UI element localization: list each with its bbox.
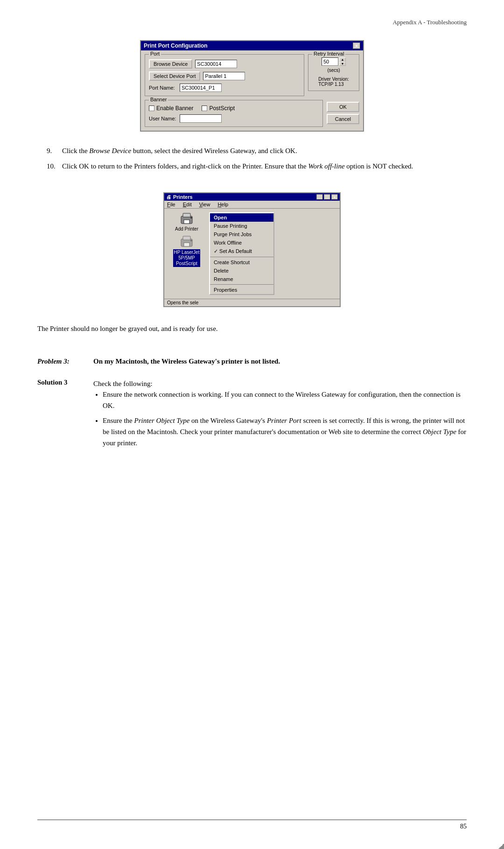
driver-info: Driver Version: TCP/IP 1.13: [318, 75, 349, 87]
solution-text: Check the following: Ensure the network …: [93, 379, 467, 453]
context-menu: Open Pause Printing Purge Print Jobs Wor…: [209, 212, 274, 295]
printers-window: 🖨 Printers _ □ × File Edit View Help: [163, 192, 341, 307]
port-group-content: Browse Device Select Device Port Port Na…: [149, 59, 300, 92]
retry-group-label: Retry Interval: [312, 51, 345, 56]
printers-body: Add Printer HP L: [164, 209, 340, 299]
username-row: User Name:: [149, 114, 319, 123]
menu-file[interactable]: File: [167, 202, 175, 207]
browse-device-row: Browse Device: [149, 59, 300, 69]
instruction-10: 10. Click OK to return to the Printers f…: [47, 161, 467, 172]
bullet-1: Ensure the network connection is working…: [103, 389, 467, 411]
port-name-input[interactable]: [180, 84, 222, 92]
context-menu-delete[interactable]: Delete: [210, 267, 273, 275]
enable-banner-checkbox[interactable]: [149, 105, 154, 111]
printers-titlebar: 🖨 Printers _ □ ×: [164, 193, 340, 201]
context-menu-sep2: [210, 284, 273, 285]
printers-menubar: File Edit View Help: [164, 201, 340, 209]
banner-group-label: Banner: [149, 97, 168, 102]
context-menu-properties[interactable]: Properties: [210, 286, 273, 294]
username-label: User Name:: [149, 116, 177, 121]
port-group-label: Port: [149, 51, 161, 56]
instruction-9-num: 9.: [47, 146, 58, 156]
footer-line: 85: [37, 820, 467, 830]
menu-edit[interactable]: Edit: [183, 202, 192, 207]
solution-bullets: Ensure the network connection is working…: [103, 389, 467, 449]
bullet-2: Ensure the Printer Object Type on the Wi…: [103, 415, 467, 449]
browse-device-btn[interactable]: Browse Device: [149, 59, 192, 69]
main-content: Print Port Configuration × Port Browse D…: [37, 40, 467, 456]
problem-text: On my Macintosh, the Wireless Gateway's …: [93, 358, 280, 365]
instruction-10-text: Click OK to return to the Printers folde…: [62, 161, 467, 172]
context-menu-pause[interactable]: Pause Printing: [210, 222, 273, 230]
svg-rect-7: [190, 240, 192, 241]
postscript-checkbox[interactable]: [202, 105, 207, 111]
add-printer-item: Add Printer: [168, 212, 205, 232]
postscript-row: PostScript: [202, 105, 235, 112]
svg-rect-2: [184, 220, 189, 224]
cancel-btn[interactable]: Cancel: [327, 114, 359, 124]
printers-title-icon: 🖨: [166, 194, 171, 200]
dialog-title: Print Port Configuration: [144, 42, 208, 49]
svg-rect-3: [190, 217, 192, 218]
device-input[interactable]: [195, 60, 237, 68]
printers-titlebar-buttons: _ □ ×: [316, 194, 338, 200]
dialog-titlebar: Print Port Configuration ×: [141, 41, 363, 50]
postscript-label: PostScript: [209, 105, 235, 112]
port-name-label: Port Name:: [149, 85, 177, 91]
banner-checks-row: Enable Banner PostScript: [149, 105, 319, 112]
resize-handle[interactable]: [498, 843, 504, 849]
printers-title: Printers: [173, 194, 193, 200]
instruction-9: 9. Click the Browse Device button, selec…: [47, 146, 467, 156]
context-menu-shortcut[interactable]: Create Shortcut: [210, 258, 273, 267]
spinner-down-btn[interactable]: ▼: [339, 62, 346, 66]
problem-label: Problem 3:: [37, 358, 84, 365]
dialog-buttons: OK Cancel: [327, 100, 359, 124]
printers-minimize-btn[interactable]: _: [316, 194, 323, 200]
object-type-italic: Object Type: [423, 428, 456, 435]
context-menu-open[interactable]: Open: [210, 213, 273, 222]
retry-group: Retry Interval ▲ ▼ (secs) Driver Version…: [308, 54, 359, 91]
printers-maximize-btn[interactable]: □: [324, 194, 330, 200]
menu-view[interactable]: View: [199, 202, 210, 207]
dialog1-container: Print Port Configuration × Port Browse D…: [37, 40, 467, 132]
printers-close-btn[interactable]: ×: [331, 194, 338, 200]
context-menu-set-default[interactable]: ✓ Set As Default: [210, 247, 273, 256]
retry-value-input[interactable]: [322, 57, 338, 66]
banner-group: Banner Enable Banner PostScript: [145, 100, 323, 127]
context-menu-rename[interactable]: Rename: [210, 275, 273, 283]
port-group: Port Browse Device Select Device Port: [145, 54, 304, 96]
header-title: Appendix A - Troubleshooting: [392, 19, 467, 26]
dialog-top-row: Port Browse Device Select Device Port: [145, 54, 359, 96]
problem-line: Problem 3: On my Macintosh, the Wireless…: [37, 358, 467, 365]
solution-label: Solution 3: [37, 379, 84, 453]
body-text: The Printer should no longer be grayed o…: [37, 323, 467, 334]
driver-value: TCP/IP 1.13: [318, 82, 349, 87]
parallel-input[interactable]: [203, 72, 245, 80]
username-input[interactable]: [180, 114, 222, 123]
work-offline-italic: Work off-line: [308, 162, 344, 170]
hp-printer-label: HP LaserJet5P/5MPPostScript: [173, 249, 201, 267]
instruction-9-text: Click the Browse Device button, select t…: [62, 146, 467, 156]
browse-device-italic: Browse Device: [89, 147, 131, 154]
dialog-close-btn[interactable]: ×: [353, 42, 360, 49]
port-name-row: Port Name:: [149, 84, 300, 92]
printers-icons: Add Printer HP L: [168, 212, 205, 295]
add-printer-label: Add Printer: [175, 226, 198, 232]
svg-rect-1: [183, 213, 190, 217]
printer-port-italic: Printer Port: [267, 417, 301, 424]
context-menu-work-offline[interactable]: Work Offline: [210, 239, 273, 247]
add-printer-icon: [179, 212, 194, 225]
page-footer: 85: [37, 820, 467, 830]
context-menu-purge[interactable]: Purge Print Jobs: [210, 230, 273, 239]
menu-help[interactable]: Help: [217, 202, 228, 207]
context-menu-sep1: [210, 257, 273, 257]
select-device-row: Select Device Port: [149, 71, 300, 81]
spinner-up-btn[interactable]: ▲: [339, 57, 346, 62]
dialog-bottom-row: Banner Enable Banner PostScript: [145, 100, 359, 127]
select-device-btn[interactable]: Select Device Port: [149, 71, 200, 81]
solution-line: Solution 3 Check the following: Ensure t…: [37, 379, 467, 453]
status-text: Opens the sele: [167, 300, 198, 305]
printers-container: 🖨 Printers _ □ × File Edit View Help: [37, 192, 467, 307]
ok-btn[interactable]: OK: [327, 102, 359, 112]
svg-rect-5: [183, 236, 190, 240]
